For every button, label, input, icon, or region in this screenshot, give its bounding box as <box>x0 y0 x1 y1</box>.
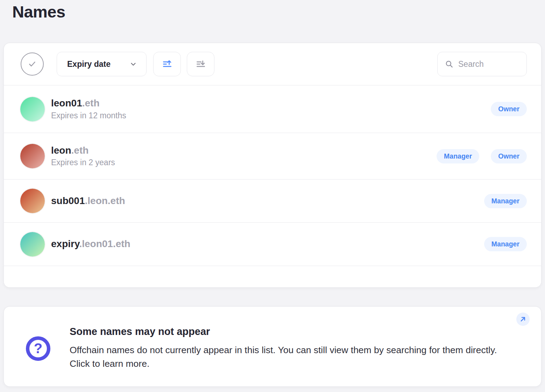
names-list-card: Expiry date <box>3 43 542 288</box>
name-suffix: .leon01.eth <box>79 238 130 249</box>
avatar <box>20 97 45 121</box>
search-icon <box>445 59 454 69</box>
sort-field-select[interactable]: Expiry date <box>57 52 147 76</box>
offchain-notice-content: ? Some names may not appear Offchain nam… <box>4 307 541 386</box>
select-all-button[interactable] <box>21 52 44 76</box>
arrow-up-right-icon <box>519 316 526 323</box>
name-row-text: expiry.leon01.eth <box>51 238 130 250</box>
avatar <box>20 232 45 257</box>
name-label: leon.eth <box>51 145 115 156</box>
name-suffix: .eth <box>82 98 100 108</box>
manager-badge: Manager <box>437 149 479 163</box>
search-field[interactable] <box>437 52 527 76</box>
sort-ascending-button[interactable] <box>153 52 181 76</box>
list-empty-space <box>4 266 541 287</box>
owner-badge: Owner <box>491 149 527 163</box>
search-input[interactable] <box>458 59 514 69</box>
owner-badge: Owner <box>491 102 527 116</box>
name-row-text: leon.eth Expires in 2 years <box>51 145 115 167</box>
check-circle-icon <box>26 58 38 70</box>
svg-text:?: ? <box>34 341 42 356</box>
name-suffix: .eth <box>71 145 89 156</box>
avatar <box>20 144 45 168</box>
sort-field-value: Expiry date <box>67 59 111 69</box>
name-row-expiry-leon01-eth[interactable]: expiry.leon01.eth Manager <box>4 223 541 266</box>
name-row-sub001-leon-eth[interactable]: sub001.leon.eth Manager <box>4 180 541 223</box>
avatar <box>20 189 45 213</box>
name-row-leon01-eth[interactable]: leon01.eth Expires in 12 months Owner <box>4 85 541 133</box>
chevron-down-icon <box>129 60 137 68</box>
notice-body: Offchain names do not currently appear i… <box>70 343 517 371</box>
role-badges: Owner <box>491 102 527 116</box>
names-page: Names Expiry date <box>0 0 545 392</box>
manager-badge: Manager <box>484 194 527 208</box>
sort-ascending-icon <box>162 59 172 69</box>
expiry-text: Expires in 12 months <box>51 111 126 120</box>
name-suffix: .leon.eth <box>85 195 125 206</box>
role-badges: Manager <box>484 237 527 251</box>
expiry-text: Expires in 2 years <box>51 158 115 167</box>
name-row-text: leon01.eth Expires in 12 months <box>51 98 126 120</box>
name-label: leon01.eth <box>51 98 126 109</box>
sort-descending-icon <box>196 59 206 69</box>
name-row-text: sub001.leon.eth <box>51 195 125 206</box>
names-toolbar: Expiry date <box>4 43 541 85</box>
name-label: sub001.leon.eth <box>51 195 125 206</box>
role-badges: Manager <box>484 194 527 208</box>
notice-title: Some names may not appear <box>70 326 210 337</box>
manager-badge: Manager <box>484 237 527 251</box>
name-label: expiry.leon01.eth <box>51 238 130 250</box>
sort-descending-button[interactable] <box>187 52 214 76</box>
name-row-leon-eth[interactable]: leon.eth Expires in 2 years Manager Owne… <box>4 133 541 180</box>
open-link-button[interactable] <box>516 313 530 326</box>
page-title: Names <box>12 2 65 21</box>
role-badges: Manager Owner <box>437 149 527 163</box>
offchain-notice-card[interactable]: ? Some names may not appear Offchain nam… <box>3 306 542 387</box>
question-circle-icon: ? <box>25 335 51 362</box>
